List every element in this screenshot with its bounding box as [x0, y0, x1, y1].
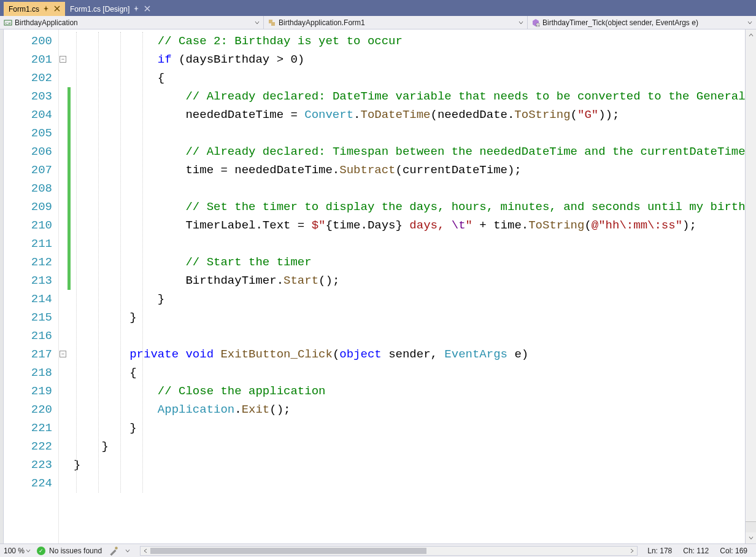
- code-line[interactable]: // Already declared: DateTime variable t…: [71, 87, 745, 106]
- line-number: 215: [4, 308, 58, 327]
- close-icon[interactable]: [144, 5, 150, 14]
- code-line[interactable]: [71, 327, 745, 345]
- chevron-down-icon: [255, 18, 260, 27]
- line-number: 208: [4, 179, 58, 198]
- line-number: 224: [4, 474, 58, 493]
- chevron-down-icon: [26, 547, 31, 555]
- scroll-left-arrow[interactable]: [141, 547, 150, 555]
- scroll-thumb[interactable]: [150, 548, 426, 554]
- fold-toggle[interactable]: −: [60, 351, 66, 357]
- code-line[interactable]: Application.Exit();: [71, 400, 745, 419]
- tab-label: Form1.cs: [9, 5, 39, 14]
- col-indicator[interactable]: Col: 169: [720, 547, 747, 555]
- code-line[interactable]: }: [71, 419, 745, 437]
- class-label: BirthdayApplication.Form1: [279, 18, 365, 27]
- svg-point-5: [115, 547, 118, 550]
- line-number: 214: [4, 290, 58, 308]
- class-dropdown[interactable]: BirthdayApplication.Form1: [264, 16, 528, 29]
- tab-form1-cs[interactable]: Form1.cs: [4, 2, 65, 16]
- code-line[interactable]: [71, 474, 745, 493]
- chevron-down-icon[interactable]: [125, 547, 130, 555]
- chevron-down-icon: [519, 18, 523, 27]
- zoom-dropdown[interactable]: 100 %: [4, 547, 31, 555]
- fold-toggle[interactable]: −: [60, 56, 66, 63]
- scroll-right-arrow[interactable]: [627, 547, 637, 555]
- error-health-indicator[interactable]: ✓ No issues found: [37, 547, 102, 555]
- code-line[interactable]: if (daysBirthday > 0): [71, 50, 745, 69]
- line-number: 218: [4, 364, 58, 382]
- line-number: 203: [4, 87, 58, 106]
- screwdriver-icon[interactable]: [108, 546, 119, 556]
- line-indicator[interactable]: Ln: 178: [647, 547, 672, 555]
- code-line[interactable]: {: [71, 69, 745, 87]
- change-mark: [68, 87, 71, 290]
- line-number: 202: [4, 69, 58, 87]
- indent-guide: [76, 32, 77, 493]
- code-line[interactable]: BirthdayTimer.Start();: [71, 271, 745, 290]
- line-number: 200: [4, 32, 58, 50]
- code-line[interactable]: // Set the timer to display the days, ho…: [71, 198, 745, 216]
- code-line[interactable]: // Start the timer: [71, 253, 745, 271]
- line-number: 220: [4, 400, 58, 419]
- code-line[interactable]: private void ExitButton_Click(object sen…: [71, 345, 745, 364]
- class-icon: [268, 18, 276, 27]
- line-number: 222: [4, 437, 58, 456]
- code-line[interactable]: {: [71, 364, 745, 382]
- line-number: 204: [4, 106, 58, 124]
- code-line[interactable]: }: [71, 456, 745, 474]
- vertical-scrollbar[interactable]: [745, 29, 756, 543]
- pin-icon[interactable]: [43, 5, 49, 14]
- namespace-label: BirthdayApplication: [15, 18, 78, 27]
- code-line[interactable]: }: [71, 437, 745, 456]
- char-indicator[interactable]: Ch: 112: [683, 547, 709, 555]
- line-number: 217: [4, 345, 58, 364]
- member-dropdown[interactable]: BirthdayTimer_Tick(object sender, EventA…: [528, 16, 756, 29]
- outlining-margin[interactable]: −−: [59, 29, 68, 543]
- code-line[interactable]: [71, 179, 745, 198]
- svg-rect-3: [271, 22, 275, 26]
- editor: 2002012022032042052062072082092102112122…: [0, 29, 756, 543]
- close-icon[interactable]: [54, 5, 60, 14]
- code-line[interactable]: // Close the application: [71, 382, 745, 400]
- horizontal-scrollbar[interactable]: [140, 546, 638, 556]
- code-area[interactable]: // Case 2: Birthday is yet to occur if (…: [71, 29, 745, 543]
- code-line[interactable]: [71, 124, 745, 142]
- code-line[interactable]: }: [71, 290, 745, 308]
- line-number: 216: [4, 327, 58, 345]
- check-icon: ✓: [37, 547, 45, 555]
- code-line[interactable]: // Case 2: Birthday is yet to occur: [71, 32, 745, 50]
- line-number: 205: [4, 124, 58, 142]
- tab-form1-design[interactable]: Form1.cs [Design]: [65, 2, 155, 16]
- svg-text:C#: C#: [6, 21, 11, 26]
- line-number: 219: [4, 382, 58, 400]
- line-number: 221: [4, 419, 58, 437]
- code-line[interactable]: TimerLabel.Text = $"{time.Days} days, \t…: [71, 216, 745, 235]
- splitter-grip[interactable]: [746, 521, 756, 532]
- csharp-icon: C#: [4, 18, 12, 27]
- namespace-dropdown[interactable]: C# BirthdayApplication: [0, 16, 264, 29]
- scroll-down-arrow[interactable]: [746, 532, 756, 543]
- code-line[interactable]: time = neededDateTime.Subtract(currentDa…: [71, 161, 745, 179]
- code-line[interactable]: neededDateTime = Convert.ToDateTime(need…: [71, 106, 745, 124]
- line-number: 207: [4, 161, 58, 179]
- line-number: 209: [4, 198, 58, 216]
- member-label: BirthdayTimer_Tick(object sender, EventA…: [542, 18, 698, 27]
- line-number: 210: [4, 216, 58, 235]
- line-number: 201: [4, 50, 58, 69]
- tab-label: Form1.cs [Design]: [70, 5, 129, 14]
- chevron-down-icon: [747, 18, 752, 27]
- line-number: 211: [4, 235, 58, 253]
- indent-guide: [98, 32, 99, 493]
- line-number: 212: [4, 253, 58, 271]
- scroll-track[interactable]: [746, 41, 756, 521]
- code-line[interactable]: [71, 235, 745, 253]
- code-line[interactable]: // Already declared: Timespan between th…: [71, 142, 745, 161]
- scroll-up-arrow[interactable]: [746, 29, 756, 41]
- line-number-gutter: 2002012022032042052062072082092102112122…: [4, 29, 59, 543]
- tab-bar: Form1.cs Form1.cs [Design]: [0, 0, 756, 16]
- pin-icon[interactable]: [133, 5, 139, 14]
- zoom-value: 100 %: [4, 547, 25, 555]
- code-line[interactable]: }: [71, 308, 745, 327]
- indent-guide: [120, 32, 121, 493]
- navigation-bar: C# BirthdayApplication BirthdayApplicati…: [0, 16, 756, 29]
